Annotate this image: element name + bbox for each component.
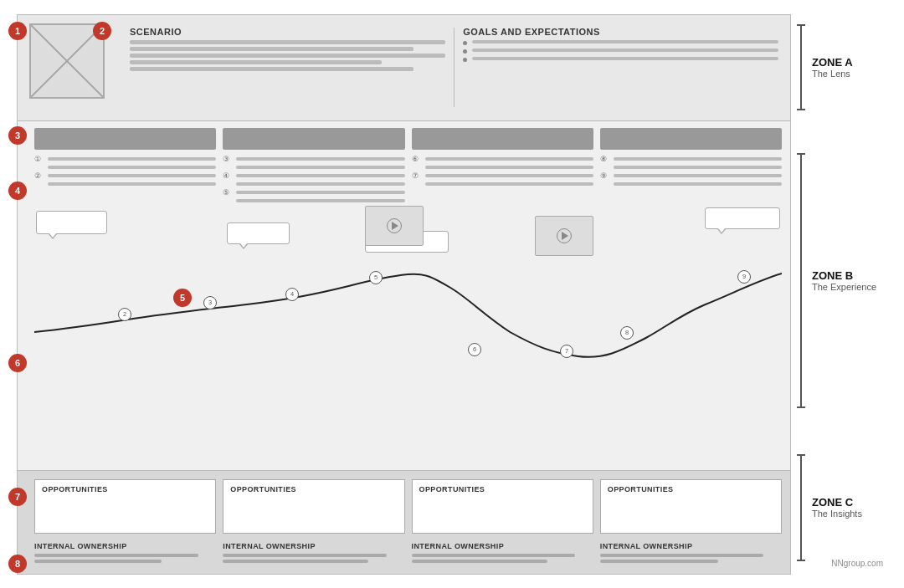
bracket-bot: [797, 109, 805, 110]
steps-column-4: ⑧ ⑨: [600, 155, 782, 202]
text-line: [472, 40, 778, 43]
opportunity-label-4: OPPORTUNITIES: [608, 485, 774, 493]
bracket-mid: [800, 456, 802, 560]
phase-header-3: [412, 128, 593, 150]
bracket-c: [795, 454, 807, 561]
scenario-block: SCENARIO: [113, 23, 445, 112]
steps-area: ① ②: [34, 155, 782, 202]
text-line: [412, 554, 576, 557]
zone-b-desc: The Experience: [812, 282, 876, 292]
internal-ownership-1: INTERNAL OWNERSHIP: [34, 540, 216, 567]
text-line: [130, 54, 445, 58]
step-row: [600, 182, 782, 186]
badge-5: 5: [173, 289, 192, 307]
step-row: ⑦: [412, 171, 593, 180]
step-line: [614, 166, 782, 169]
journey-point-9: 9: [737, 270, 751, 284]
internal-label-3: INTERNAL OWNERSHIP: [412, 542, 593, 550]
step-line: [425, 157, 593, 161]
step-row: ①: [34, 155, 216, 163]
internal-ownership-2: INTERNAL OWNERSHIP: [223, 540, 404, 567]
opportunity-label-3: OPPORTUNITIES: [419, 485, 586, 493]
phase-header-1: [34, 128, 216, 150]
play-circle: [387, 218, 402, 233]
zone-c-name: ZONE C: [812, 496, 862, 509]
zone-b: 3 4 5 6 ①: [17, 121, 791, 471]
text-line: [472, 49, 778, 52]
bullet-dot: [463, 58, 467, 62]
step-line: [236, 166, 404, 169]
step-row: [412, 182, 593, 186]
vertical-divider: [454, 28, 455, 107]
video-placeholder-2: [535, 216, 593, 256]
badge-8: 8: [8, 555, 27, 573]
step-line: [48, 174, 216, 177]
text-line: [472, 57, 778, 60]
badge-3: 3: [8, 126, 27, 145]
opportunity-box-1: OPPORTUNITIES: [34, 479, 216, 534]
step-row: [34, 182, 216, 186]
opportunities-row: OPPORTUNITIES OPPORTUNITIES OPPORTUNITIE…: [34, 479, 782, 534]
steps-column-2: ③ ④ ⑤: [223, 155, 404, 202]
step-row: ⑥: [412, 155, 593, 163]
step-row: ⑧: [600, 155, 782, 163]
step-row: ③: [223, 155, 404, 163]
step-line: [614, 157, 782, 161]
zone-a-desc: The Lens: [812, 69, 853, 79]
play-circle: [557, 228, 572, 243]
bracket-b: [795, 153, 807, 409]
bullet-dot: [463, 49, 467, 54]
zone-a-info: ZONE A The Lens: [812, 56, 853, 79]
step-row: [34, 166, 216, 169]
zone-a-name: ZONE A: [812, 56, 853, 69]
step-line: [614, 174, 782, 177]
zone-c-annotation: ZONE C The Insights: [795, 441, 887, 575]
internal-ownership-row: INTERNAL OWNERSHIP INTERNAL OWNERSHIP IN…: [34, 540, 782, 567]
step-number: ⑥: [412, 155, 422, 163]
badge-6: 6: [8, 354, 27, 372]
zone-annotations: ZONE A The Lens ZONE B The Experience: [795, 14, 887, 575]
opportunity-box-3: OPPORTUNITIES: [412, 479, 593, 534]
step-number: ⑤: [223, 188, 233, 197]
step-row: ④: [223, 171, 404, 180]
internal-label-4: INTERNAL OWNERSHIP: [600, 542, 782, 550]
step-number: ①: [34, 155, 44, 163]
zone-c-info: ZONE C The Insights: [812, 496, 862, 519]
bracket-bot: [797, 406, 805, 408]
opportunity-label-1: OPPORTUNITIES: [42, 485, 208, 493]
zone-c: 7 8 OPPORTUNITIES OPPORTUNITIES OPPORTUN…: [17, 471, 791, 575]
badge-2: 2: [93, 22, 111, 40]
goals-block: GOALS AND EXPECTATIONS: [463, 23, 778, 112]
zone-b-annotation: ZONE B The Experience: [795, 121, 887, 441]
step-line: [236, 199, 404, 202]
step-line: [236, 174, 404, 177]
goals-label: GOALS AND EXPECTATIONS: [463, 27, 778, 37]
step-line: [425, 182, 593, 186]
journey-point-2: 2: [118, 308, 131, 321]
step-line: [48, 182, 216, 186]
step-row: [412, 166, 593, 169]
text-line: [130, 60, 382, 64]
phase-headers-row: [34, 128, 782, 150]
text-line: [412, 560, 548, 563]
step-line: [48, 166, 216, 169]
step-number: ③: [223, 155, 233, 163]
step-line: [425, 174, 593, 177]
text-line: [223, 554, 387, 557]
text-line: [130, 40, 445, 44]
step-row: ⑤: [223, 188, 404, 197]
badge-7: 7: [8, 488, 27, 506]
bullet-row: [463, 57, 778, 63]
zone-a-annotation: ZONE A The Lens: [795, 14, 887, 121]
step-row: [600, 166, 782, 169]
internal-label-1: INTERNAL OWNERSHIP: [34, 542, 216, 550]
step-number: ⑨: [600, 171, 610, 180]
bracket-mid: [800, 26, 802, 108]
phase-header-4: [600, 128, 782, 150]
step-number: ⑧: [600, 155, 610, 163]
scenario-label: SCENARIO: [130, 27, 445, 37]
journey-point-3: 3: [203, 296, 217, 309]
journey-path: [34, 274, 782, 357]
text-line: [34, 560, 162, 563]
steps-column-3: ⑥ ⑦: [412, 155, 593, 202]
